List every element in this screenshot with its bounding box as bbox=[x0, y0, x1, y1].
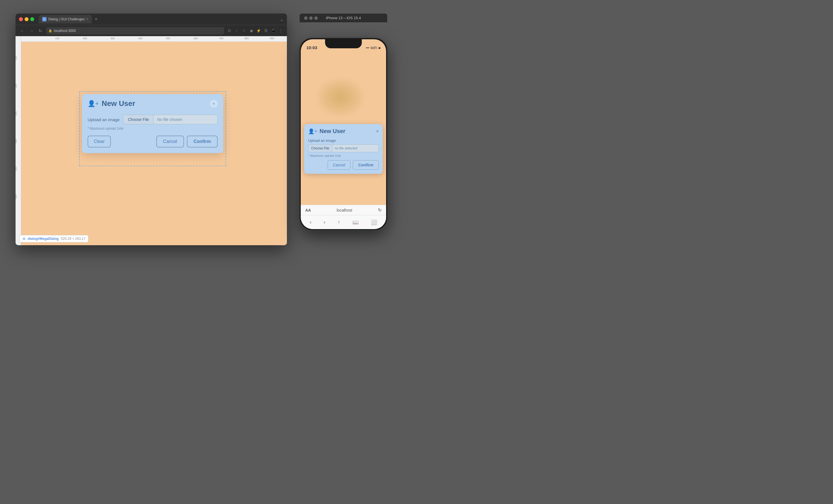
address-text: localhost:3000 bbox=[54, 29, 76, 33]
phone-tl-red bbox=[304, 17, 308, 20]
element-selector: dialog#MegaDialog bbox=[28, 237, 58, 241]
ruler-tick-v-100: 100 bbox=[16, 56, 17, 60]
tab-close-btn[interactable]: × bbox=[87, 17, 89, 21]
phone-dialog-header: 👤+ New User × bbox=[304, 124, 383, 137]
phone-dialog: 👤+ New User × Upload an image Choose Fil… bbox=[304, 124, 383, 174]
no-file-text: No file chosen bbox=[154, 115, 218, 124]
ruler-tick-700: 700 bbox=[219, 37, 223, 40]
ruler-tick-800: 800 bbox=[244, 37, 249, 40]
dialog-close-button[interactable]: × bbox=[210, 100, 218, 108]
ruler-tick-v-300: 300 bbox=[16, 111, 17, 116]
ruler-tick-v-600: 600 bbox=[16, 194, 17, 199]
safari-share-btn[interactable]: ↑ bbox=[335, 217, 342, 227]
safari-reload-btn[interactable]: ↻ bbox=[378, 207, 382, 213]
choose-file-button[interactable]: Choose File bbox=[123, 115, 154, 124]
phone-frame: 10:03 ••• WiFi ■ 👤+ New User × Upload an… bbox=[300, 38, 387, 230]
maximize-traffic-light[interactable] bbox=[30, 17, 34, 21]
safari-forward-btn[interactable]: › bbox=[322, 217, 328, 227]
more-icon[interactable]: ⋮ bbox=[278, 28, 284, 34]
phone-status-icons: ••• WiFi ■ bbox=[366, 46, 380, 50]
dialog-body: Upload an image Choose File No file chos… bbox=[82, 112, 223, 153]
element-size: 520.29 × 263.17 bbox=[61, 237, 86, 241]
tab-strip-icon[interactable]: ☰ bbox=[263, 28, 269, 34]
element-info-bar: ⊞ dialog#MegaDialog 520.29 × 263.17 bbox=[20, 235, 89, 243]
dialog-title: New User bbox=[102, 99, 207, 108]
phone-cancel-btn[interactable]: Cancel bbox=[328, 160, 351, 170]
reload-button[interactable]: ↻ bbox=[37, 27, 44, 34]
phone-notch bbox=[325, 39, 362, 48]
phone-background-blob bbox=[318, 79, 363, 116]
phone-header: iPhone 13 – iOS 15.4 bbox=[300, 14, 387, 22]
phone-file-row: Choose File no file selected bbox=[308, 144, 379, 152]
phone-tl-yellow bbox=[309, 17, 313, 20]
safari-back-btn[interactable]: ‹ bbox=[308, 217, 314, 227]
ruler-tick-500: 500 bbox=[166, 37, 170, 40]
phone-upload-hint: * Maximum upload 1mb bbox=[308, 154, 379, 157]
dialog-box: 👤+ New User × Upload an image Choose Fil… bbox=[82, 94, 223, 153]
cast-icon[interactable]: ⊡ bbox=[227, 28, 232, 34]
active-tab[interactable]: D Dialog | GUI Challenges × bbox=[39, 15, 92, 23]
extensions-icon[interactable]: ⚡ bbox=[256, 28, 261, 34]
dialog-footer: Clear Cancel Confirm bbox=[88, 134, 218, 148]
device-icon[interactable]: 📱 bbox=[270, 28, 276, 34]
wifi-icon: WiFi bbox=[371, 46, 377, 50]
safari-bookmarks-btn[interactable]: 📖 bbox=[350, 217, 361, 228]
phone-no-file-text: no file selected bbox=[332, 144, 379, 152]
clear-button[interactable]: Clear bbox=[88, 135, 111, 148]
phone-screen: 10:03 ••• WiFi ■ 👤+ New User × Upload an… bbox=[301, 39, 386, 229]
ruler-tick-200: 200 bbox=[83, 37, 87, 40]
ruler-tick-v-200: 200 bbox=[16, 84, 17, 88]
ruler-tick-600: 600 bbox=[194, 37, 198, 40]
phone-confirm-btn[interactable]: Confirm bbox=[353, 160, 379, 170]
ruler-tick-400: 400 bbox=[138, 37, 142, 40]
phone-user-icon: 👤+ bbox=[308, 128, 317, 134]
phone-choose-file-btn[interactable]: Choose File bbox=[308, 144, 332, 152]
tab-bar: D Dialog | GUI Challenges × + bbox=[39, 15, 278, 23]
ruler-tick-v-400: 400 bbox=[16, 139, 17, 143]
ruler-tick-300: 300 bbox=[111, 37, 115, 40]
phone-safari-nav: ‹ › ↑ 📖 ⬜ bbox=[301, 215, 386, 229]
safari-url-text[interactable]: localhost bbox=[314, 208, 375, 212]
phone-title-label: iPhone 13 – iOS 15.4 bbox=[326, 16, 361, 20]
window-controls[interactable]: ⌄ bbox=[280, 17, 284, 22]
safari-aa-label[interactable]: AA bbox=[305, 208, 311, 212]
grid-icon: ⊞ bbox=[23, 237, 25, 241]
phone-safari-url-bar: AA localhost ↻ bbox=[301, 205, 386, 215]
toolbar-actions: ⊡ ↑ ☆ ◉ ⚡ ☰ 📱 ⋮ bbox=[227, 28, 284, 34]
ruler-horizontal: 100 200 300 400 500 600 700 800 900 bbox=[16, 36, 287, 42]
forward-button[interactable]: → bbox=[28, 27, 35, 34]
tab-title: Dialog | GUI Challenges bbox=[48, 17, 85, 21]
bookmark-icon[interactable]: ☆ bbox=[241, 28, 247, 34]
browser-window: D Dialog | GUI Challenges × + ⌄ ← → ↻ 🔒 … bbox=[16, 14, 287, 245]
close-traffic-light[interactable] bbox=[19, 17, 23, 21]
cancel-button[interactable]: Cancel bbox=[156, 135, 184, 148]
new-tab-btn[interactable]: + bbox=[93, 17, 99, 22]
address-bar[interactable]: 🔒 localhost:3000 bbox=[46, 27, 224, 34]
phone-dialog-title: New User bbox=[320, 128, 374, 134]
ruler-tick-v-500: 500 bbox=[16, 167, 17, 171]
traffic-lights bbox=[19, 17, 34, 21]
browser-titlebar: D Dialog | GUI Challenges × + ⌄ bbox=[16, 14, 287, 25]
browser-toolbar: ← → ↻ 🔒 localhost:3000 ⊡ ↑ ☆ ◉ ⚡ ☰ 📱 ⋮ bbox=[16, 25, 287, 36]
tab-favicon: D bbox=[42, 17, 47, 22]
browser-content: 100 200 300 400 500 600 700 800 900 100 … bbox=[16, 36, 287, 245]
file-input-area: Choose File No file chosen bbox=[123, 115, 218, 124]
phone-mockup: 10:03 ••• WiFi ■ 👤+ New User × Upload an… bbox=[300, 38, 387, 230]
phone-time: 10:03 bbox=[306, 45, 317, 50]
lock-icon: 🔒 bbox=[48, 29, 52, 32]
phone-traffic-lights bbox=[304, 17, 318, 20]
signal-icon: ••• bbox=[366, 46, 370, 50]
phone-dialog-close-btn[interactable]: × bbox=[376, 129, 379, 134]
minimize-traffic-light[interactable] bbox=[25, 17, 28, 21]
dialog-header: 👤+ New User × bbox=[82, 94, 223, 112]
confirm-button[interactable]: Confirm bbox=[187, 135, 218, 148]
back-button[interactable]: ← bbox=[19, 27, 26, 34]
profile-icon[interactable]: ◉ bbox=[248, 28, 254, 34]
ruler-tick-900: 900 bbox=[270, 37, 274, 40]
safari-tabs-btn[interactable]: ⬜ bbox=[368, 217, 379, 228]
battery-icon: ■ bbox=[379, 46, 380, 50]
ruler-vertical: 100 200 300 400 500 600 bbox=[16, 36, 21, 245]
share-icon[interactable]: ↑ bbox=[234, 28, 239, 34]
upload-hint: * Maximum upload 1mb bbox=[88, 127, 218, 130]
new-user-icon: 👤+ bbox=[88, 100, 99, 107]
